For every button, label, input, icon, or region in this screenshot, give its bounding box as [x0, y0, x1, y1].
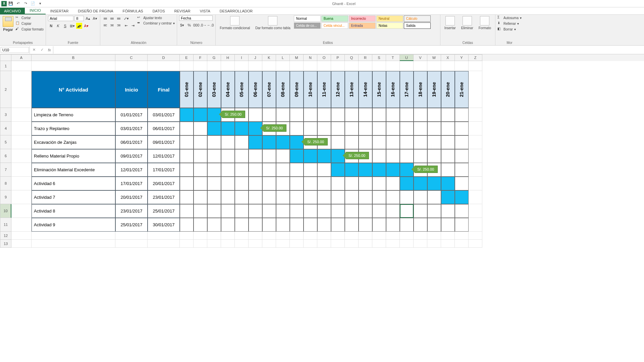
window-title: Ghantt - Excel — [44, 2, 644, 6]
ribbon: Pegar ✂Cortar 📋Copiar 🖌Copiar formato Po… — [0, 15, 644, 46]
qat-save-button[interactable]: 💾 — [7, 1, 14, 7]
increase-indent-button[interactable]: ⇥ — [130, 22, 136, 28]
group-label: Portapapeles — [2, 40, 44, 45]
italic-button[interactable]: K — [55, 23, 61, 29]
align-middle-button[interactable] — [109, 15, 115, 21]
decrease-font-button[interactable]: A▾ — [92, 15, 98, 21]
eraser-icon: ◧ — [497, 27, 502, 32]
excel-icon: X — [1, 1, 7, 6]
conditional-format-button[interactable]: Formato condicional — [218, 15, 252, 31]
style-entrada[interactable]: Entrada — [349, 22, 376, 29]
tab-insertar[interactable]: INSERTAR — [46, 8, 73, 14]
fill-button[interactable]: ⬇Rellenar ▾ — [497, 21, 522, 26]
tab-inicio[interactable]: INICIO — [25, 7, 46, 14]
border-button[interactable]: ⊞▾ — [69, 23, 75, 29]
autosum-button[interactable]: ΣAutosuma ▾ — [497, 15, 522, 20]
thousands-button[interactable]: 000 — [193, 22, 199, 28]
formula-input[interactable] — [53, 47, 644, 53]
align-center-button[interactable] — [109, 22, 115, 28]
font-color-button[interactable]: A▾ — [83, 23, 89, 29]
increase-decimal-button[interactable]: .0→ — [200, 22, 206, 28]
style-salida[interactable]: Salida — [404, 22, 431, 29]
tab-file[interactable]: ARCHIVO — [0, 8, 25, 14]
fill-down-icon: ⬇ — [497, 21, 502, 26]
formula-bar: ✕ ✓ fx — [0, 46, 644, 54]
wrap-icon: ↩ — [137, 15, 142, 20]
paste-icon — [3, 16, 13, 27]
percent-button[interactable]: % — [186, 22, 192, 28]
font-name-select[interactable] — [48, 16, 73, 21]
group-label: Alineación — [102, 40, 175, 45]
copy-button[interactable]: 📋Copiar — [15, 21, 44, 26]
bold-button[interactable]: N — [48, 23, 54, 29]
sigma-icon: Σ — [497, 15, 502, 20]
delete-cells-button[interactable]: Eliminar — [459, 15, 475, 31]
style-buena[interactable]: Buena — [321, 15, 348, 22]
merge-icon: ⬌ — [137, 21, 142, 25]
qat-new-button[interactable]: 📄 — [30, 1, 36, 7]
group-font: A▴ A▾ N K S ⊞▾ ◢▾ A▾ Fuente — [46, 15, 100, 45]
decrease-indent-button[interactable]: ⇤ — [123, 22, 129, 28]
group-label: Celdas — [442, 40, 493, 45]
tab-formulas[interactable]: FÓRMULAS — [118, 8, 148, 14]
group-styles: Formato condicional Dar formato como tab… — [216, 15, 440, 45]
name-box[interactable] — [1, 47, 29, 53]
align-bottom-button[interactable] — [116, 15, 122, 21]
ribbon-tabs: ARCHIVO INICIO INSERTAR DISEÑO DE PÁGINA… — [0, 7, 644, 15]
cut-button[interactable]: ✂Cortar — [15, 15, 44, 20]
copy-icon: 📋 — [15, 21, 20, 26]
tab-datos[interactable]: DATOS — [148, 8, 170, 14]
cancel-formula-button[interactable]: ✕ — [30, 48, 38, 52]
clear-button[interactable]: ◧Borrar ▾ — [497, 27, 522, 32]
style-calculo[interactable]: Cálculo — [404, 15, 431, 22]
tab-vista[interactable]: VISTA — [195, 8, 215, 14]
style-incorrecto[interactable]: Incorrecto — [349, 15, 376, 22]
fill-color-button[interactable]: ◢▾ — [76, 23, 82, 29]
qat-redo-button[interactable]: ↷ — [22, 1, 29, 7]
group-clipboard: Pegar ✂Cortar 📋Copiar 🖌Copiar formato Po… — [0, 15, 46, 45]
tab-desarrollador[interactable]: DESARROLLADOR — [215, 8, 257, 14]
number-format-select[interactable] — [179, 15, 213, 21]
style-notas[interactable]: Notas — [376, 22, 403, 29]
paste-label: Pegar — [3, 27, 13, 32]
tab-diseno[interactable]: DISEÑO DE PÁGINA — [73, 8, 118, 14]
decrease-decimal-button[interactable]: ←.0 — [207, 22, 213, 28]
accept-formula-button[interactable]: ✓ — [38, 48, 46, 52]
merge-center-button[interactable]: ⬌Combinar y centrar ▾ — [137, 21, 175, 25]
underline-button[interactable]: S — [62, 23, 68, 29]
scissors-icon: ✂ — [15, 15, 20, 20]
group-number: $▾ % 000 .0→ ←.0 Número — [177, 15, 216, 45]
format-table-button[interactable]: Dar formato como tabla — [253, 15, 292, 31]
align-top-button[interactable] — [102, 15, 108, 21]
currency-button[interactable]: $▾ — [179, 22, 185, 28]
tab-revisar[interactable]: REVISAR — [170, 8, 195, 14]
increase-font-button[interactable]: A▴ — [85, 15, 91, 21]
fx-icon[interactable]: fx — [46, 48, 53, 52]
qat-undo-button[interactable]: ↶ — [15, 1, 21, 7]
group-editing: ΣAutosuma ▾ ⬇Rellenar ▾ ◧Borrar ▾ Mor — [495, 15, 524, 45]
insert-cells-button[interactable]: Insertar — [442, 15, 458, 31]
delete-icon — [463, 16, 472, 25]
paste-button[interactable]: Pegar — [2, 15, 14, 32]
format-cells-button[interactable]: Formato — [477, 15, 493, 31]
qat-customize-button[interactable]: ▾ — [37, 1, 44, 7]
style-celda[interactable]: Celda de co... — [294, 22, 321, 29]
brush-icon: 🖌 — [15, 27, 20, 32]
title-bar: X 💾 ↶ ↷ 📄 ▾ Ghantt - Excel — [0, 0, 644, 7]
font-size-select[interactable] — [74, 16, 84, 21]
orientation-button[interactable]: ⤢▾ — [123, 15, 129, 21]
wrap-text-button[interactable]: ↩Ajustar texto — [137, 15, 175, 20]
group-label: Mor — [497, 40, 522, 45]
format-painter-button[interactable]: 🖌Copiar formato — [15, 27, 44, 32]
style-vinculada[interactable]: Celda vincul... — [321, 22, 348, 29]
cell-styles-gallery[interactable]: Normal Buena Incorrecto Neutral Cálculo … — [294, 15, 438, 29]
group-label: Fuente — [48, 40, 98, 45]
align-right-button[interactable] — [116, 22, 122, 28]
style-normal[interactable]: Normal — [294, 15, 321, 22]
insert-icon — [445, 16, 455, 25]
align-left-button[interactable] — [102, 22, 108, 28]
group-alignment: ⤢▾ ⇤ ⇥ ↩Ajustar texto ⬌Combinar y centra… — [100, 15, 177, 45]
style-neutral[interactable]: Neutral — [376, 15, 403, 22]
cond-format-icon — [230, 16, 239, 25]
align-grid — [102, 15, 122, 28]
